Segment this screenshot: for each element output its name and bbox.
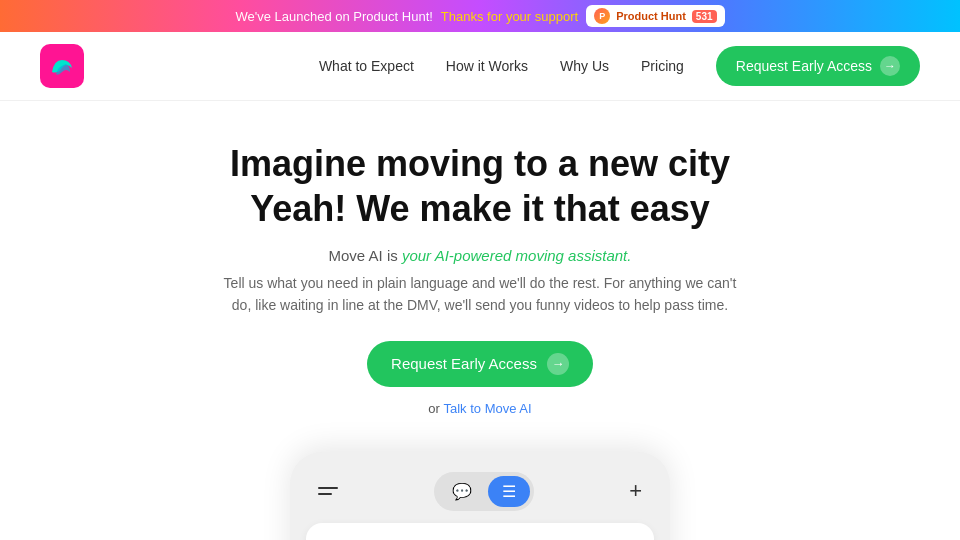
nav-how-it-works[interactable]: How it Works bbox=[446, 58, 528, 74]
ph-label: Product Hunt bbox=[616, 10, 686, 22]
hero-cta-arrow-icon: → bbox=[547, 353, 569, 375]
talk-prefix: or bbox=[428, 401, 443, 416]
chat-icon: 💬 bbox=[452, 482, 472, 501]
banner-text: We've Launched on Product Hunt! bbox=[235, 9, 432, 24]
hero-cta-button[interactable]: Request Early Access → bbox=[367, 341, 593, 387]
hero-section: Imagine moving to a new city Yeah! We ma… bbox=[0, 101, 960, 436]
nav-cta-arrow-icon: → bbox=[880, 56, 900, 76]
talk-ai-link[interactable]: Talk to Move AI bbox=[444, 401, 532, 416]
toolbar-tabs: 💬 ☰ bbox=[434, 472, 534, 511]
phone-frame: 💬 ☰ + Aug 25 - Aug 31 Premier Moving Sol… bbox=[290, 452, 670, 540]
nav-cta-label: Request Early Access bbox=[736, 58, 872, 74]
hero-subtitle: Move AI is your AI-powered moving assist… bbox=[20, 247, 940, 264]
top-banner: We've Launched on Product Hunt! Thanks f… bbox=[0, 0, 960, 32]
list-icon: ☰ bbox=[502, 482, 516, 501]
move-card: Aug 25 - Aug 31 Premier Moving Solutions… bbox=[306, 523, 654, 540]
hero-description: Tell us what you need in plain language … bbox=[220, 272, 740, 317]
subtitle-prefix: Move AI is bbox=[329, 247, 402, 264]
hero-cta-label: Request Early Access bbox=[391, 355, 537, 372]
hero-headline: Imagine moving to a new city Yeah! We ma… bbox=[20, 141, 940, 231]
list-tab-button[interactable]: ☰ bbox=[488, 476, 530, 507]
ph-count: 531 bbox=[692, 10, 717, 23]
talk-link-container: or Talk to Move AI bbox=[20, 401, 940, 416]
hamburger-menu-icon[interactable] bbox=[318, 487, 338, 495]
subtitle-ai-link[interactable]: your AI-powered moving assistant. bbox=[402, 247, 632, 264]
app-preview: 💬 ☰ + Aug 25 - Aug 31 Premier Moving Sol… bbox=[0, 452, 960, 540]
logo[interactable] bbox=[40, 44, 84, 88]
hero-headline-line1: Imagine moving to a new city bbox=[230, 143, 730, 184]
nav-cta-button[interactable]: Request Early Access → bbox=[716, 46, 920, 86]
phone-toolbar: 💬 ☰ + bbox=[306, 468, 654, 523]
chat-tab-button[interactable]: 💬 bbox=[438, 476, 486, 507]
ph-icon: P bbox=[594, 8, 610, 24]
nav-why-us[interactable]: Why Us bbox=[560, 58, 609, 74]
nav-pricing[interactable]: Pricing bbox=[641, 58, 684, 74]
plus-icon[interactable]: + bbox=[629, 478, 642, 504]
banner-thanks: Thanks for your support bbox=[441, 9, 578, 24]
nav-links: What to Expect How it Works Why Us Prici… bbox=[319, 58, 684, 74]
hero-headline-line2: Yeah! We make it that easy bbox=[250, 188, 710, 229]
navbar: What to Expect How it Works Why Us Prici… bbox=[0, 32, 960, 101]
product-hunt-badge[interactable]: P Product Hunt 531 bbox=[586, 5, 724, 27]
nav-what-to-expect[interactable]: What to Expect bbox=[319, 58, 414, 74]
